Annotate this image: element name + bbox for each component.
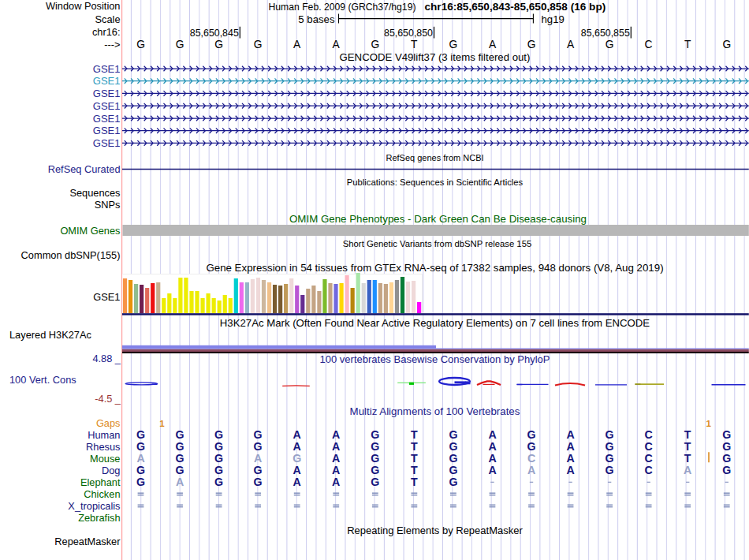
svg-text:G: G bbox=[449, 476, 457, 488]
svg-text:G: G bbox=[254, 440, 263, 453]
svg-text:Human: Human bbox=[88, 429, 120, 441]
svg-text:100 Vert. Cons: 100 Vert. Cons bbox=[9, 374, 76, 386]
svg-text:GSE1: GSE1 bbox=[93, 125, 121, 136]
svg-text:X_tropicalis: X_tropicalis bbox=[68, 500, 120, 512]
svg-text:G: G bbox=[254, 428, 263, 441]
svg-text:G: G bbox=[527, 39, 536, 50]
svg-text:Window Position: Window Position bbox=[46, 0, 121, 12]
svg-text:A: A bbox=[567, 39, 575, 50]
svg-text:G: G bbox=[606, 452, 614, 465]
svg-text:Chicken: Chicken bbox=[84, 488, 120, 500]
svg-text:G: G bbox=[371, 452, 379, 465]
svg-text:G: G bbox=[136, 39, 145, 50]
svg-text:Dog: Dog bbox=[102, 465, 120, 476]
svg-text:GSE1: GSE1 bbox=[93, 88, 121, 99]
svg-text:A: A bbox=[136, 452, 144, 465]
svg-text:G: G bbox=[214, 476, 223, 488]
svg-text:G: G bbox=[254, 39, 263, 50]
svg-text:C: C bbox=[644, 440, 652, 453]
svg-text:RepeatMasker: RepeatMasker bbox=[54, 536, 121, 547]
svg-text:A: A bbox=[332, 464, 340, 476]
svg-text:G: G bbox=[176, 452, 184, 465]
svg-text:C: C bbox=[644, 452, 652, 465]
svg-text:G: G bbox=[606, 440, 614, 453]
svg-text:G: G bbox=[722, 39, 731, 50]
svg-text:A: A bbox=[566, 428, 574, 441]
svg-text:hg19: hg19 bbox=[542, 13, 565, 25]
svg-text:A: A bbox=[293, 39, 301, 50]
svg-text:A: A bbox=[527, 464, 535, 476]
svg-text:85,650,845: 85,650,845 bbox=[190, 28, 239, 39]
svg-text:G: G bbox=[214, 464, 223, 476]
svg-text:Gene Expression in 54 tissues: Gene Expression in 54 tissues from GTEx … bbox=[206, 262, 663, 274]
svg-text:1: 1 bbox=[159, 419, 165, 428]
svg-text:Short Genetic Variants from db: Short Genetic Variants from dbSNP releas… bbox=[343, 239, 531, 248]
svg-text:GSE1: GSE1 bbox=[93, 291, 120, 303]
svg-text:C: C bbox=[644, 428, 652, 441]
svg-text:--->: ---> bbox=[104, 39, 120, 50]
svg-text:chr16:: chr16: bbox=[92, 26, 121, 38]
svg-text:C: C bbox=[645, 39, 653, 50]
svg-text:G: G bbox=[449, 464, 457, 476]
svg-text:G: G bbox=[722, 464, 731, 476]
svg-text:GSE1: GSE1 bbox=[93, 75, 121, 87]
svg-text:A: A bbox=[333, 39, 341, 50]
svg-text:A: A bbox=[254, 452, 262, 465]
svg-text:GSE1: GSE1 bbox=[93, 100, 121, 112]
svg-text:G: G bbox=[176, 428, 184, 441]
svg-text:-4.5 _: -4.5 _ bbox=[95, 393, 121, 405]
svg-text:T: T bbox=[411, 464, 418, 476]
svg-text:T: T bbox=[411, 39, 418, 50]
svg-text:H3K27Ac Mark (Often Found Near: H3K27Ac Mark (Often Found Near Active Re… bbox=[220, 317, 650, 329]
svg-text:Human Feb. 2009 (GRCh37/hg19): Human Feb. 2009 (GRCh37/hg19) bbox=[269, 2, 416, 13]
svg-text:G: G bbox=[136, 440, 145, 453]
svg-text:GSE1: GSE1 bbox=[93, 63, 121, 75]
svg-text:G: G bbox=[176, 39, 184, 50]
svg-text:Repeating Elements by RepeatMa: Repeating Elements by RepeatMasker bbox=[347, 525, 523, 536]
svg-text:A: A bbox=[332, 428, 340, 441]
svg-text:OMIM Genes: OMIM Genes bbox=[60, 225, 120, 237]
svg-text:G: G bbox=[371, 428, 379, 441]
svg-text:G: G bbox=[371, 39, 379, 50]
svg-text:G: G bbox=[176, 440, 184, 453]
svg-text:T: T bbox=[684, 428, 691, 441]
svg-text:85,650,850: 85,650,850 bbox=[384, 28, 433, 39]
svg-text:A: A bbox=[293, 464, 301, 476]
svg-text:T: T bbox=[411, 440, 418, 453]
svg-text:G: G bbox=[527, 428, 535, 441]
svg-text:G: G bbox=[449, 428, 457, 441]
svg-text:85,650,855: 85,650,855 bbox=[581, 28, 630, 39]
svg-text:Gaps: Gaps bbox=[96, 417, 121, 429]
svg-text:A: A bbox=[176, 476, 184, 488]
svg-text:G: G bbox=[527, 440, 535, 453]
svg-text:Zebrafish: Zebrafish bbox=[78, 512, 120, 524]
svg-text:GSE1: GSE1 bbox=[93, 113, 121, 125]
svg-text:Mouse: Mouse bbox=[90, 453, 120, 465]
svg-text:G: G bbox=[722, 452, 731, 465]
svg-text:G: G bbox=[136, 476, 145, 488]
svg-text:RefSeq genes from NCBI: RefSeq genes from NCBI bbox=[386, 153, 483, 162]
svg-text:G: G bbox=[136, 428, 145, 441]
svg-text:Elephant: Elephant bbox=[80, 476, 121, 488]
svg-text:G: G bbox=[214, 39, 223, 50]
svg-text:A: A bbox=[488, 464, 496, 476]
svg-text:Publications: Sequences in Sci: Publications: Sequences in Scientific Ar… bbox=[347, 177, 524, 187]
svg-text:A: A bbox=[332, 476, 340, 488]
svg-text:GSE1: GSE1 bbox=[93, 137, 121, 149]
svg-text:Layered H3K27Ac: Layered H3K27Ac bbox=[9, 329, 91, 341]
svg-text:G: G bbox=[371, 440, 379, 453]
svg-text:T: T bbox=[684, 39, 691, 50]
svg-text:Multiz Alignments of 100 Verte: Multiz Alignments of 100 Vertebrates bbox=[350, 405, 520, 417]
svg-text:G: G bbox=[606, 39, 614, 50]
svg-text:Sequences: Sequences bbox=[69, 187, 120, 199]
svg-text:T: T bbox=[684, 440, 691, 453]
svg-text:GENCODE V49lift37 (3 items fil: GENCODE V49lift37 (3 items filtered out) bbox=[340, 51, 531, 63]
svg-text:G: G bbox=[136, 464, 145, 476]
svg-text:G: G bbox=[254, 476, 263, 488]
svg-text:G: G bbox=[293, 452, 301, 465]
svg-text:G: G bbox=[371, 464, 379, 476]
svg-text:A: A bbox=[293, 428, 301, 441]
svg-text:4.88 _: 4.88 _ bbox=[92, 353, 121, 364]
svg-text:A: A bbox=[489, 39, 497, 50]
svg-text:A: A bbox=[293, 440, 301, 453]
